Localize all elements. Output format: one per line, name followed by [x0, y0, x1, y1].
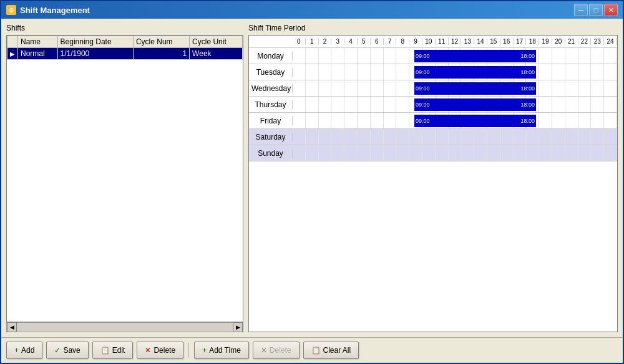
timeline-cell[interactable] [396, 64, 409, 80]
timeline-cell[interactable] [306, 97, 319, 112]
timeline-cell[interactable] [371, 145, 384, 161]
timeline-cell[interactable] [500, 129, 514, 145]
timeline-cell[interactable] [552, 48, 565, 64]
timeline-cell[interactable] [396, 48, 409, 64]
timeline-cell[interactable] [319, 129, 332, 145]
timeline-cell[interactable] [552, 145, 565, 161]
timeline-cell[interactable] [461, 145, 474, 161]
timeline-cell[interactable] [384, 48, 397, 64]
timeline-cell[interactable] [591, 64, 604, 80]
timeline-cell[interactable] [578, 97, 592, 112]
timeline-cell[interactable] [331, 145, 344, 161]
timeline-cell[interactable] [293, 113, 306, 128]
timeline-cell[interactable] [514, 129, 527, 145]
timeline-cell[interactable] [500, 145, 514, 161]
timeline-cell[interactable] [578, 48, 592, 64]
timeline-cell[interactable] [591, 97, 604, 112]
timeline-cell[interactable] [371, 129, 384, 145]
timeline-cell[interactable] [565, 97, 578, 112]
timeline-cell[interactable] [539, 80, 552, 96]
timeline-cell[interactable] [578, 145, 592, 161]
save-button[interactable]: ✓Save [46, 342, 88, 359]
timeline-cell[interactable] [293, 80, 306, 96]
timeline-cell[interactable] [604, 97, 617, 112]
timeline-cell[interactable] [384, 145, 397, 161]
close-button[interactable]: ✕ [604, 4, 618, 16]
timeline-cell[interactable] [578, 129, 592, 145]
timeline-cell[interactable] [331, 48, 344, 64]
timeline-cell[interactable] [371, 48, 384, 64]
timeline-cell[interactable] [358, 80, 371, 96]
timeline-cell[interactable] [293, 48, 306, 64]
timeline-cell[interactable] [306, 64, 319, 80]
timeline-cell[interactable] [396, 113, 409, 128]
maximize-button[interactable]: □ [589, 4, 603, 16]
timeline-cell[interactable] [591, 80, 604, 96]
timeline-cell[interactable] [591, 145, 604, 161]
timeline-cell[interactable] [319, 113, 332, 128]
timeline-cell[interactable] [565, 64, 578, 80]
scroll-right-arrow[interactable]: ▶ [233, 322, 243, 332]
timeline-cell[interactable] [384, 80, 397, 96]
timeline-cell[interactable] [358, 129, 371, 145]
timeline-cell[interactable] [384, 129, 397, 145]
day-timeline[interactable]: 09:0018:00 [293, 97, 617, 112]
timeline-cell[interactable] [461, 129, 474, 145]
timeline-cell[interactable] [344, 97, 358, 112]
timeline-cell[interactable] [449, 129, 462, 145]
timeline-cell[interactable] [396, 129, 409, 145]
scroll-track[interactable] [17, 323, 233, 332]
day-timeline[interactable]: 09:0018:00 [293, 80, 617, 96]
edit-button[interactable]: 📋Edit [92, 342, 134, 359]
timeline-cell[interactable] [552, 64, 565, 80]
timeline-cell[interactable] [552, 80, 565, 96]
timeline-cell[interactable] [409, 145, 422, 161]
timeline-cell[interactable] [552, 97, 565, 112]
timeline-cell[interactable] [344, 48, 358, 64]
minimize-button[interactable]: ─ [574, 4, 588, 16]
timeline-cell[interactable] [565, 48, 578, 64]
timeline-cell[interactable] [358, 97, 371, 112]
timeline-cell[interactable] [396, 97, 409, 112]
timeline-cell[interactable] [449, 145, 462, 161]
timeline-cell[interactable] [474, 129, 487, 145]
timeline-cell[interactable] [604, 145, 617, 161]
timeline-cell[interactable] [331, 129, 344, 145]
timeline-cell[interactable] [371, 80, 384, 96]
timeline-cell[interactable] [396, 80, 409, 96]
timeline-cell[interactable] [565, 113, 578, 128]
timeline-cell[interactable] [436, 145, 449, 161]
timeline-cell[interactable] [293, 145, 306, 161]
timeline-cell[interactable] [409, 129, 422, 145]
day-timeline[interactable]: 09:0018:00 [293, 48, 617, 64]
timeline-cell[interactable] [591, 113, 604, 128]
timeline-cell[interactable] [604, 80, 617, 96]
timeline-cell[interactable] [344, 64, 358, 80]
timeline-cell[interactable] [604, 64, 617, 80]
timeline-cell[interactable] [344, 145, 358, 161]
timeline-cell[interactable] [487, 145, 500, 161]
timeline-cell[interactable] [344, 113, 358, 128]
timeline-cell[interactable] [436, 129, 449, 145]
timeline-cell[interactable] [565, 145, 578, 161]
timeline-cell[interactable] [371, 64, 384, 80]
timeline-cell[interactable] [526, 145, 539, 161]
timeline-cell[interactable] [539, 97, 552, 112]
timeline-cell[interactable] [293, 129, 306, 145]
timeline-cell[interactable] [526, 129, 539, 145]
timeline-cell[interactable] [539, 129, 552, 145]
timeline-cell[interactable] [306, 145, 319, 161]
timeline-cell[interactable] [539, 145, 552, 161]
timeline-cell[interactable] [384, 97, 397, 112]
timeline-cell[interactable] [331, 64, 344, 80]
timeline-cell[interactable] [514, 145, 527, 161]
add-button[interactable]: +Add [6, 342, 42, 359]
timeline-cell[interactable] [319, 80, 332, 96]
timeline-cell[interactable] [319, 97, 332, 112]
timeline-cell[interactable] [358, 145, 371, 161]
timeline-cell[interactable] [591, 48, 604, 64]
timeline-cell[interactable] [422, 129, 436, 145]
timeline-cell[interactable] [371, 113, 384, 128]
timeline-cell[interactable] [319, 64, 332, 80]
table-row[interactable]: ▶ Normal 1/1/1900 1 Week [7, 48, 243, 60]
